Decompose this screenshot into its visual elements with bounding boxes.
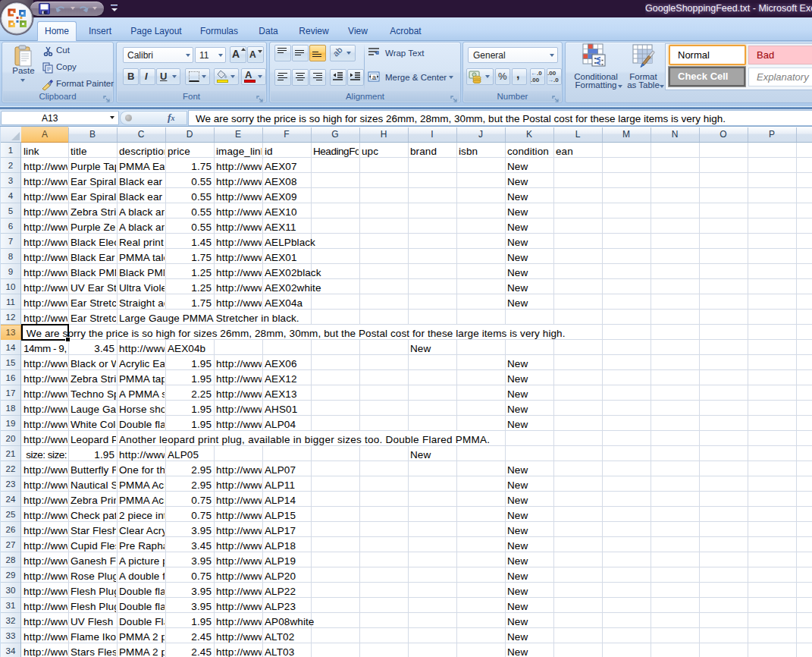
svg-text:a: a [372, 74, 376, 81]
